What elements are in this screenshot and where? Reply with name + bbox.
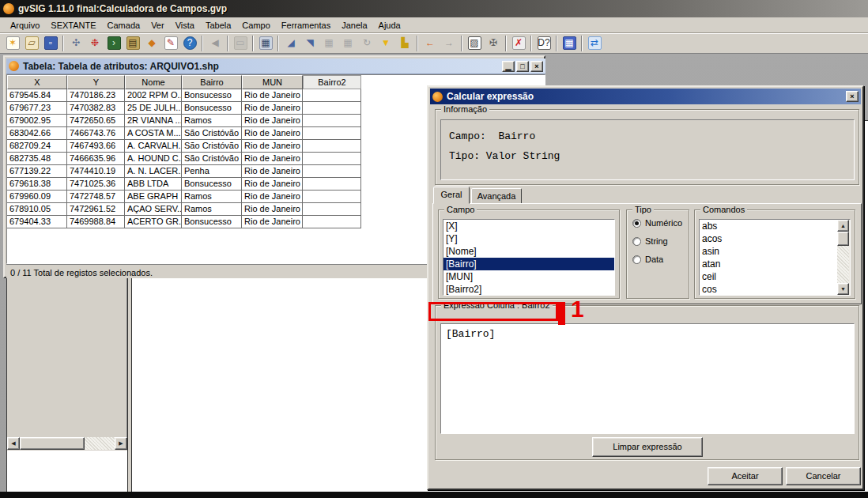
chart-picker-icon[interactable]: ◆ [143,35,160,52]
table-cell: ABB LTDA [125,178,182,191]
cancel-button[interactable]: Cancelar [786,467,861,485]
filter-icon[interactable]: ▼ [377,35,394,52]
notepad-edit-icon[interactable]: ✎ [162,35,179,52]
remove-table-icon[interactable]: ✗ [510,35,527,52]
sort-descending-icon[interactable]: ◥ [301,35,319,52]
field-item--mun-[interactable]: [MUN] [443,270,614,283]
tab-avancada[interactable]: Avançada [471,188,522,204]
window-icon[interactable]: ▭ [232,35,249,52]
scroll-up-icon[interactable]: ▲ [837,220,849,232]
menu-tabela[interactable]: Tabela [200,19,236,32]
calculator-icon[interactable]: ▦ [560,35,578,52]
field-item--nome-[interactable]: [Nome] [443,245,614,258]
dialog-close-icon[interactable]: × [846,91,859,102]
molecule-icon[interactable]: ❉ [86,35,104,52]
dialog-title-bar[interactable]: Calcular expressão × [430,89,861,104]
toolbar-separator [62,36,64,51]
menu-ajuda[interactable]: Ajuda [373,19,406,32]
dialog-title: Calcular expressão [447,91,844,102]
previous-record-icon[interactable]: ← [421,35,439,52]
table-add-icon[interactable]: ▦ [339,35,357,52]
column-header-nome[interactable]: Nome [125,75,182,89]
command-item-acos[interactable]: acos [700,232,850,245]
print-icon[interactable]: ▦ [257,35,274,52]
command-item-asin[interactable]: asin [700,245,850,258]
table-cell: Rio de Janeiro [242,89,303,102]
column-header-x[interactable]: X [7,75,67,89]
column-header-bairro2[interactable]: Bairro2 [303,75,361,89]
field-list[interactable]: [X][Y][Nome][Bairro][MUN][Bairro2] [443,219,615,296]
tools-icon[interactable]: ✠ [485,35,502,52]
table-cell: ACERTO GR... [125,216,182,228]
scroll-left-icon[interactable]: ◀ [7,437,20,450]
command-item-abs[interactable]: abs [700,220,850,232]
scrollbar-thumb[interactable] [20,437,85,450]
expression-textarea[interactable]: [Bairro] [440,323,855,434]
table-cell: 7472650.65 [67,115,125,127]
table-window-title-bar[interactable]: Tabela: Tabela de atributos: ARQUIVO1.sh… [6,58,545,74]
new-document-icon[interactable]: ✶ [4,35,21,52]
command-item-atan[interactable]: atan [700,258,850,270]
column-header-mun[interactable]: MUN [242,75,303,89]
command-item-ceil[interactable]: ceil [700,270,850,283]
next-record-icon[interactable]: → [440,35,458,52]
annotation-highlight-box [428,302,558,321]
field-item--y-[interactable]: [Y] [443,232,614,245]
column-header-y[interactable]: Y [67,75,125,89]
radio-icon[interactable] [632,237,641,246]
type-option-data[interactable]: Data [632,254,689,265]
refresh-icon[interactable]: ↻ [358,35,376,52]
scroll-right-icon[interactable]: ▶ [115,437,127,450]
field-item--bairro2-[interactable]: [Bairro2] [443,283,614,296]
table-cell: São Cristóvão [182,140,242,153]
maximize-icon[interactable]: □ [516,61,529,72]
field-item--bairro-[interactable]: [Bairro] [443,258,614,270]
command-item-cos[interactable]: cos [700,283,850,296]
toc-horizontal-scrollbar[interactable]: ◀ ▶ [7,437,127,451]
menu-janela[interactable]: Janela [336,19,372,32]
field-manager-icon[interactable]: D? [535,35,553,52]
commands-scrollbar[interactable]: ▲ ▼ [837,220,850,295]
gvsig-dialog-icon [432,92,443,102]
field-item--x-[interactable]: [X] [443,220,614,232]
table-cell: Rio de Janeiro [242,216,303,228]
sort-ascending-icon[interactable]: ◢ [282,35,300,52]
scrollbar-track[interactable] [837,246,849,283]
console-icon[interactable]: › [105,35,123,52]
back-icon[interactable]: ◀ [206,35,224,52]
scrollbar-track[interactable] [85,437,115,450]
scroll-down-icon[interactable]: ▼ [837,283,849,295]
menu-ferramentas[interactable]: Ferramentas [276,19,336,32]
close-icon[interactable]: × [530,61,543,72]
menu-vista[interactable]: Vista [170,19,200,32]
selection-matrix-icon[interactable]: ▨ [466,35,483,52]
table-edit-icon[interactable]: ▦ [320,35,338,52]
menu-sextante[interactable]: SEXTANTE [45,19,101,32]
open-project-icon[interactable]: ▱ [23,35,40,52]
toolbox-icon[interactable]: ▤ [124,35,142,52]
scrollbar-thumb[interactable] [837,232,849,246]
menu-arquivo[interactable]: Arquivo [5,19,45,32]
sextante-icon[interactable]: ✣ [67,35,85,52]
column-header-bairro[interactable]: Bairro [182,75,242,89]
minimize-icon[interactable]: ▁ [502,61,515,72]
type-option-string[interactable]: String [632,236,689,247]
radio-icon[interactable] [632,219,641,228]
table-cell: Bonsucesso [182,216,242,228]
radio-icon[interactable] [632,255,641,264]
export-table-icon[interactable]: ⇄ [586,35,603,52]
accept-button[interactable]: Aceitar [708,467,783,485]
save-icon[interactable]: ▫ [42,35,59,52]
tab-geral[interactable]: Geral [433,187,470,204]
commands-list[interactable]: absacosasinatanceilcos ▲ ▼ [699,219,851,296]
menu-campo[interactable]: Campo [236,19,275,32]
menu-camada[interactable]: Camada [102,19,146,32]
type-option-nume-rico[interactable]: Numérico [632,217,689,228]
clear-expression-button[interactable]: Limpar expressão [592,437,703,457]
menu-ver[interactable]: Ver [145,19,170,32]
table-cell: São Cristóvão [182,127,242,140]
help-icon[interactable]: ? [181,35,198,52]
toolbar-separator [252,36,254,51]
statistics-icon[interactable]: ▙ [396,35,413,52]
table-cell: 677139.22 [7,165,67,178]
